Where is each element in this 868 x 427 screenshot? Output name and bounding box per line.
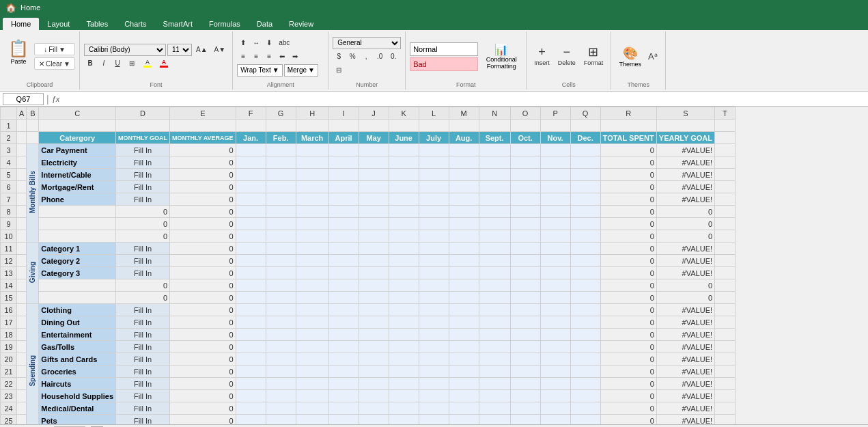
cell-12-A[interactable] <box>17 255 27 267</box>
cell-8-D[interactable]: 0 <box>116 206 170 218</box>
increase-decimal-button[interactable]: .0 <box>374 51 386 63</box>
col-header-Q[interactable]: Q <box>570 107 600 120</box>
cell-19-P[interactable] <box>540 341 570 353</box>
cell-24-K[interactable] <box>389 402 419 415</box>
cell-11-D[interactable]: Fill In <box>116 243 170 255</box>
cell-16-E[interactable]: 0 <box>170 304 236 316</box>
delete-button[interactable]: − Delete <box>555 38 579 76</box>
cell-15-D[interactable]: 0 <box>116 292 170 304</box>
cell-18-K[interactable] <box>389 329 419 341</box>
cell-10-E[interactable]: 0 <box>170 230 236 243</box>
cell-15-E[interactable]: 0 <box>170 292 236 304</box>
cell-6-G[interactable] <box>266 181 296 193</box>
cell-14-F[interactable] <box>236 279 266 292</box>
cell-16-J[interactable] <box>359 304 389 316</box>
cell-16-Q[interactable] <box>570 304 600 316</box>
cell-12-O[interactable] <box>510 255 540 267</box>
cell-20-T[interactable] <box>715 353 736 366</box>
cell-7-F[interactable] <box>236 193 266 206</box>
cell-3-R[interactable]: 0 <box>600 144 656 156</box>
cell-2-A[interactable] <box>17 132 27 144</box>
cell-25-L[interactable] <box>419 415 449 425</box>
cell-19-S[interactable]: #VALUE! <box>656 341 714 353</box>
cell-23-H[interactable] <box>296 390 328 402</box>
cell-24-M[interactable] <box>449 402 479 415</box>
cell-22-A[interactable] <box>17 378 27 390</box>
cell-14-L[interactable] <box>419 279 449 292</box>
cell-22-R[interactable]: 0 <box>600 378 656 390</box>
cell-10-F[interactable] <box>236 230 266 243</box>
cell-21-A[interactable] <box>17 366 27 378</box>
cell-5-H[interactable] <box>296 169 328 181</box>
decrease-decimal-button[interactable]: 0. <box>387 51 400 63</box>
cell-10-A[interactable] <box>17 230 27 243</box>
cell-21-N[interactable] <box>479 366 510 378</box>
cell-9-L[interactable] <box>419 218 449 230</box>
tab-tables[interactable]: Tables <box>78 18 116 30</box>
cell-13-A[interactable] <box>17 267 27 279</box>
cell-6-A[interactable] <box>17 181 27 193</box>
cell-10-J[interactable] <box>359 230 389 243</box>
cell-9-Q[interactable] <box>570 218 600 230</box>
cell-14-A[interactable] <box>17 279 27 292</box>
paste-button[interactable]: 📋 Paste <box>4 33 33 71</box>
cell-22-D[interactable]: Fill In <box>116 378 170 390</box>
cell-4-L[interactable] <box>419 156 449 169</box>
cell-20-M[interactable] <box>449 353 479 366</box>
border-button[interactable]: ⊞ <box>125 57 139 70</box>
cell-23-A[interactable] <box>17 390 27 402</box>
cell-9-P[interactable] <box>540 218 570 230</box>
cell-21-J[interactable] <box>359 366 389 378</box>
cell-13-Q[interactable] <box>570 267 600 279</box>
cell-15-C[interactable] <box>39 292 116 304</box>
fill-color-button[interactable]: A <box>140 57 155 70</box>
cell-7-R[interactable]: 0 <box>600 193 656 206</box>
cell-3-K[interactable] <box>389 144 419 156</box>
cell-22-C[interactable]: Haircuts <box>39 378 116 390</box>
cell-16-S[interactable]: #VALUE! <box>656 304 714 316</box>
cell-18-L[interactable] <box>419 329 449 341</box>
cell-16-H[interactable] <box>296 304 328 316</box>
cell-24-T[interactable] <box>715 402 736 415</box>
cell-20-Q[interactable] <box>570 353 600 366</box>
cell-7-O[interactable] <box>510 193 540 206</box>
cell-10-N[interactable] <box>479 230 510 243</box>
cell-16-C[interactable]: Clothing <box>39 304 116 316</box>
cell-13-D[interactable]: Fill In <box>116 267 170 279</box>
cell-1-E[interactable] <box>170 120 236 132</box>
cell-15-S[interactable]: 0 <box>656 292 714 304</box>
cell-21-L[interactable] <box>419 366 449 378</box>
cell-5-E[interactable]: 0 <box>170 169 236 181</box>
cell-7-N[interactable] <box>479 193 510 206</box>
cell-8-L[interactable] <box>419 206 449 218</box>
cell-8-J[interactable] <box>359 206 389 218</box>
cell-17-O[interactable] <box>510 316 540 329</box>
cell-21-I[interactable] <box>328 366 359 378</box>
cell-4-H[interactable] <box>296 156 328 169</box>
cell-1-T[interactable] <box>715 120 736 132</box>
cell-25-E[interactable]: 0 <box>170 415 236 425</box>
cell-1-A[interactable] <box>17 120 27 132</box>
align-left-button[interactable]: ≡ <box>237 51 249 63</box>
cell-10-T[interactable] <box>715 230 736 243</box>
cell-8-R[interactable]: 0 <box>600 206 656 218</box>
cell-17-N[interactable] <box>479 316 510 329</box>
cell-3-L[interactable] <box>419 144 449 156</box>
cell-19-M[interactable] <box>449 341 479 353</box>
cell-19-L[interactable] <box>419 341 449 353</box>
cell-5-O[interactable] <box>510 169 540 181</box>
cell-18-N[interactable] <box>479 329 510 341</box>
cell-11-H[interactable] <box>296 243 328 255</box>
cell-15-P[interactable] <box>540 292 570 304</box>
cell-1-G[interactable] <box>266 120 296 132</box>
cell-22-G[interactable] <box>266 378 296 390</box>
cell-25-P[interactable] <box>540 415 570 425</box>
cell-12-I[interactable] <box>328 255 359 267</box>
cell-22-H[interactable] <box>296 378 328 390</box>
tab-layout[interactable]: Layout <box>39 18 78 30</box>
cell-23-O[interactable] <box>510 390 540 402</box>
cell-23-L[interactable] <box>419 390 449 402</box>
cell-19-R[interactable]: 0 <box>600 341 656 353</box>
cell-18-P[interactable] <box>540 329 570 341</box>
cell-11-C[interactable]: Category 1 <box>39 243 116 255</box>
